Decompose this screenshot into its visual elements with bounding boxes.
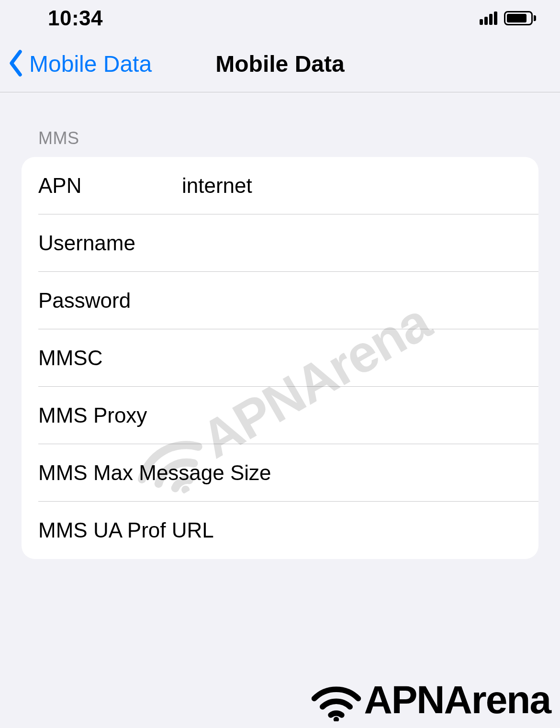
battery-icon <box>504 11 536 25</box>
watermark-text: APNArena <box>364 677 550 722</box>
row-label-mms-proxy: MMS Proxy <box>38 403 182 427</box>
back-button[interactable]: Mobile Data <box>7 49 152 79</box>
status-bar: 10:34 <box>0 0 560 36</box>
row-mmsc[interactable]: MMSC <box>22 329 538 387</box>
back-button-label: Mobile Data <box>29 51 152 77</box>
row-label-mms-max-size: MMS Max Message Size <box>38 461 522 485</box>
row-label-mmsc: MMSC <box>38 346 182 370</box>
chevron-left-icon <box>7 49 24 79</box>
settings-group-mms: APN Username Password MMSC MMS P <box>22 157 538 559</box>
password-input[interactable] <box>182 289 522 313</box>
svg-point-1 <box>334 717 339 721</box>
row-label-apn: APN <box>38 174 182 198</box>
row-mms-proxy[interactable]: MMS Proxy <box>22 387 538 444</box>
row-label-password: Password <box>38 289 182 313</box>
row-label-username: Username <box>38 231 182 255</box>
mmsc-input[interactable] <box>182 346 522 370</box>
row-mms-max-size[interactable]: MMS Max Message Size <box>22 444 538 502</box>
row-mms-ua-prof[interactable]: MMS UA Prof URL <box>22 502 538 559</box>
status-time: 10:34 <box>48 6 103 30</box>
watermark-corner: APNArena <box>309 676 550 723</box>
row-password[interactable]: Password <box>22 272 538 329</box>
username-input[interactable] <box>182 231 522 255</box>
page-title: Mobile Data <box>215 51 344 77</box>
mms-proxy-input[interactable] <box>182 403 522 427</box>
apn-input[interactable] <box>182 174 522 198</box>
section-header-mms: MMS <box>38 128 538 148</box>
navigation-bar: Mobile Data Mobile Data <box>0 36 560 92</box>
wifi-icon <box>309 676 364 723</box>
content: MMS APN Username Password MMSC <box>0 92 560 559</box>
row-username[interactable]: Username <box>22 214 538 272</box>
row-label-mms-ua-prof: MMS UA Prof URL <box>38 518 522 542</box>
cellular-signal-icon <box>480 11 497 25</box>
row-apn[interactable]: APN <box>22 157 538 214</box>
status-right <box>480 11 536 25</box>
